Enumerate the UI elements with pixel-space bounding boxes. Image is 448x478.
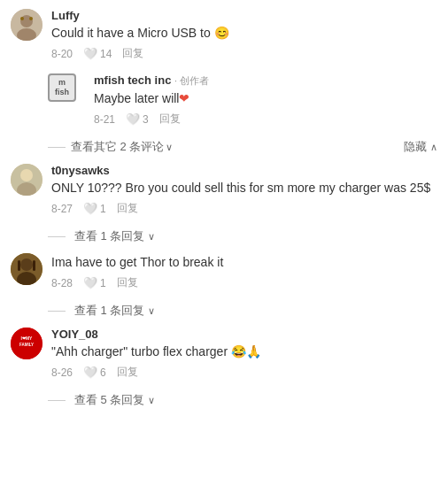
comment-person: Ima have to get Thor to break it 8-28 🤍 … <box>11 253 437 290</box>
view-replies-person[interactable]: 查看 1 条回复 ∨ <box>48 303 437 319</box>
reply-btn-person[interactable]: 回复 <box>117 275 138 290</box>
hide-btn[interactable]: 隐藏 <box>404 139 427 155</box>
comment-text-mfish: Maybe later will❤ <box>94 89 437 108</box>
chevron-yoiy: ∨ <box>148 395 155 406</box>
like-count-tony: 1 <box>100 203 106 215</box>
view-replies-yoiy[interactable]: 查看 5 条回复 ∨ <box>48 392 437 408</box>
chevron-person: ∨ <box>148 305 155 317</box>
view-replies-tony[interactable]: 查看 1 条回复 ∨ <box>48 228 437 244</box>
username-tony: t0nysawks <box>51 164 437 177</box>
avatar-mfish: mfish <box>48 73 76 102</box>
svg-rect-12 <box>33 260 35 271</box>
reply-btn-yoiy[interactable]: 回复 <box>117 365 138 380</box>
reply-btn-tony[interactable]: 回复 <box>117 201 138 216</box>
comment-thread: Luffy Could it have a Micro USB to 😊 8-2… <box>0 0 448 426</box>
avatar-luffy <box>11 9 42 41</box>
divider-person <box>48 311 66 312</box>
comment-text-luffy: Could it have a Micro USB to 😊 <box>51 24 437 42</box>
avatar-person <box>11 253 42 285</box>
heart-icon-luffy: 🤍 <box>83 47 97 60</box>
sub-comment-mfish: mfish mfish tech inc · 创作者 Maybe later w… <box>48 73 437 127</box>
svg-point-9 <box>20 258 33 271</box>
divider-yoiy <box>48 400 66 401</box>
like-mfish[interactable]: 🤍 3 <box>126 112 149 126</box>
comment-meta-luffy: 8-20 🤍 14 回复 <box>51 46 437 61</box>
chevron-up[interactable]: ∧ <box>430 142 437 153</box>
like-tony[interactable]: 🤍 1 <box>83 202 106 215</box>
date-mfish: 8-21 <box>94 113 115 126</box>
comment-text-tony: ONLY 10??? Bro you could sell this for s… <box>51 179 437 197</box>
comment-tony: t0nysawks ONLY 10??? Bro you could sell … <box>11 164 437 216</box>
comment-body-mfish: mfish tech inc · 创作者 Maybe later will❤ 8… <box>94 73 437 127</box>
date-tony: 8-27 <box>51 203 73 215</box>
date-person: 8-28 <box>51 277 73 289</box>
username-yoiy: YOIY_08 <box>51 328 437 341</box>
comment-meta-mfish: 8-21 🤍 3 回复 <box>94 112 437 127</box>
avatar-tony <box>11 164 42 196</box>
heart-icon-mfish: 🤍 <box>126 112 140 126</box>
reply-btn-mfish[interactable]: 回复 <box>159 112 181 127</box>
creator-badge: · 创作者 <box>174 75 209 86</box>
heart-emoji: ❤ <box>179 91 189 105</box>
username-mfish: mfish tech inc · 创作者 <box>94 73 437 88</box>
like-count-mfish: 3 <box>143 113 149 126</box>
svg-text:FAMILY: FAMILY <box>19 343 34 347</box>
username-luffy: Luffy <box>51 9 437 22</box>
svg-point-6 <box>20 169 33 181</box>
like-yoiy[interactable]: 🤍 6 <box>83 366 106 379</box>
avatar-yoiy: I❤MY FAMILY <box>11 328 42 359</box>
comment-luffy: Luffy Could it have a Micro USB to 😊 8-2… <box>11 9 437 61</box>
maybe-later-text: Maybe later will <box>94 91 179 105</box>
date-luffy: 8-20 <box>51 48 73 60</box>
svg-point-3 <box>20 17 24 20</box>
comment-meta-yoiy: 8-26 🤍 6 回复 <box>51 365 437 380</box>
svg-rect-11 <box>18 260 20 271</box>
comment-body-tony: t0nysawks ONLY 10??? Bro you could sell … <box>51 164 437 216</box>
heart-icon-person: 🤍 <box>83 276 97 289</box>
like-luffy[interactable]: 🤍 14 <box>83 47 112 60</box>
comment-content: Could it have a Micro USB to 😊 <box>51 26 229 40</box>
comment-mfish: mfish mfish tech inc · 创作者 Maybe later w… <box>48 73 437 127</box>
comment-body-luffy: Luffy Could it have a Micro USB to 😊 8-2… <box>51 9 437 61</box>
like-count-luffy: 14 <box>100 48 112 60</box>
avatar-mfish-text: mfish <box>55 78 69 97</box>
like-count-person: 1 <box>100 277 106 289</box>
svg-text:I❤MY: I❤MY <box>21 335 34 341</box>
divider <box>48 147 66 148</box>
chevron-tony: ∨ <box>148 231 155 243</box>
date-yoiy: 8-26 <box>51 366 73 379</box>
avatar-mfish-wrap: mfish <box>48 73 85 102</box>
like-count-yoiy: 6 <box>100 366 106 379</box>
heart-icon-yoiy: 🤍 <box>83 366 97 379</box>
view-other-replies-row: 查看其它 2 条评论 ∨ 隐藏 ∧ <box>48 139 437 155</box>
comment-text-yoiy: "Ahh charger" turbo flex charger 😂🙏 <box>51 343 437 361</box>
comment-body-yoiy: YOIY_08 "Ahh charger" turbo flex charger… <box>51 328 437 380</box>
chevron-down-other[interactable]: ∨ <box>166 142 173 153</box>
like-person[interactable]: 🤍 1 <box>83 276 106 289</box>
reply-btn-luffy[interactable]: 回复 <box>122 46 143 61</box>
comment-meta-person: 8-28 🤍 1 回复 <box>51 275 437 290</box>
divider-tony <box>48 236 66 237</box>
comment-yoiy: I❤MY FAMILY YOIY_08 "Ahh charger" turbo … <box>11 328 437 380</box>
comment-meta-tony: 8-27 🤍 1 回复 <box>51 201 437 216</box>
comment-body-person: Ima have to get Thor to break it 8-28 🤍 … <box>51 253 437 290</box>
view-other-comments[interactable]: 查看其它 2 条评论 <box>71 139 164 155</box>
comment-text-person: Ima have to get Thor to break it <box>51 253 437 272</box>
svg-point-4 <box>29 17 33 20</box>
heart-icon-tony: 🤍 <box>83 202 97 215</box>
